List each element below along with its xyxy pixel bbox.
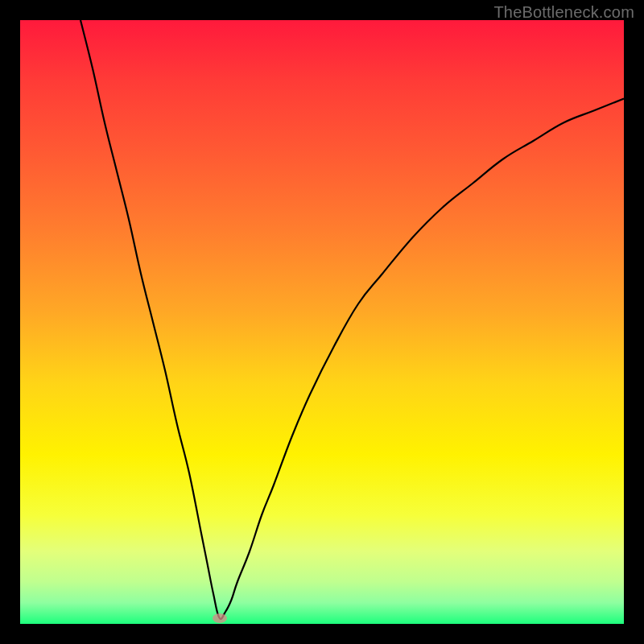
watermark-text: TheBottleneck.com: [493, 3, 634, 22]
plot-area: [20, 20, 624, 624]
bottleneck-curve: [20, 20, 624, 624]
optimal-marker: [213, 613, 227, 623]
